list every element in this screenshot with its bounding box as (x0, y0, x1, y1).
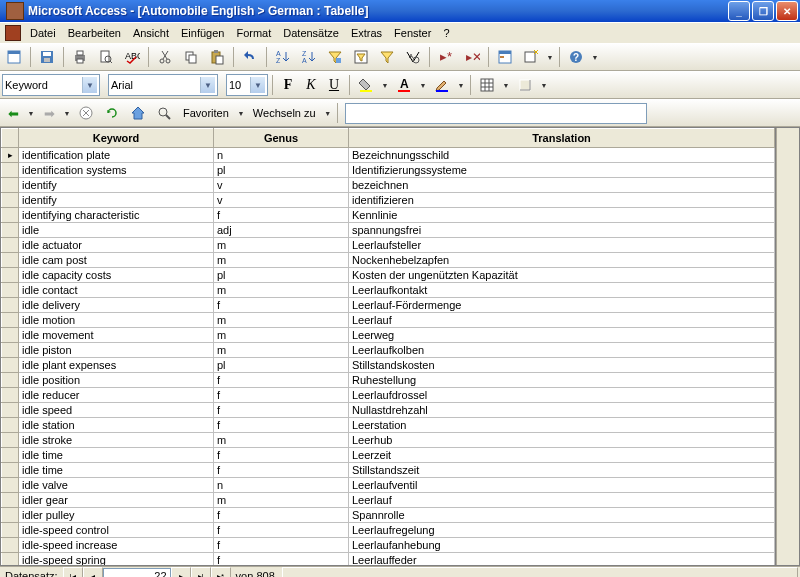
print-button[interactable] (68, 45, 92, 69)
table-row[interactable]: idle-speed springfLeerlauffeder (2, 553, 775, 566)
font-color-dropdown[interactable]: ▼ (418, 76, 428, 94)
cell-keyword[interactable]: idle cam post (19, 253, 214, 268)
cell-genus[interactable]: v (214, 193, 349, 208)
row-selector[interactable] (2, 358, 19, 373)
cell-genus[interactable]: f (214, 388, 349, 403)
table-row[interactable]: idle strokemLeerhub (2, 433, 775, 448)
cell-translation[interactable]: Kennlinie (349, 208, 775, 223)
cell-genus[interactable]: v (214, 178, 349, 193)
address-combo[interactable] (345, 103, 647, 124)
cell-genus[interactable]: adj (214, 223, 349, 238)
table-row[interactable]: idle timefLeerzeit (2, 448, 775, 463)
cell-genus[interactable]: pl (214, 163, 349, 178)
row-selector[interactable] (2, 268, 19, 283)
cell-translation[interactable]: Spannrolle (349, 508, 775, 523)
hscroll-track[interactable] (282, 567, 798, 577)
back-button[interactable]: ⬅ (2, 102, 24, 124)
cell-translation[interactable]: Nullastdrehzahl (349, 403, 775, 418)
cell-translation[interactable]: Kosten der ungenützten Kapazität (349, 268, 775, 283)
cell-genus[interactable]: f (214, 403, 349, 418)
row-selector[interactable] (2, 418, 19, 433)
cell-genus[interactable]: m (214, 313, 349, 328)
undo-button[interactable] (238, 45, 262, 69)
underline-button[interactable]: U (323, 74, 345, 96)
cell-genus[interactable]: m (214, 343, 349, 358)
table-row[interactable]: idle cam postmNockenhebelzapfen (2, 253, 775, 268)
cell-genus[interactable]: m (214, 328, 349, 343)
cell-keyword[interactable]: identifying characteristic (19, 208, 214, 223)
cell-keyword[interactable]: idle actuator (19, 238, 214, 253)
menu-edit[interactable]: Bearbeiten (62, 25, 127, 41)
help-dropdown[interactable]: ▼ (590, 48, 600, 66)
cell-translation[interactable]: identifizieren (349, 193, 775, 208)
font-size-combo[interactable]: 10▼ (226, 74, 268, 96)
cell-keyword[interactable]: idle (19, 223, 214, 238)
table-row[interactable]: idler gearmLeerlauf (2, 493, 775, 508)
table-row[interactable]: idle deliveryfLeerlauf-Fördermenge (2, 298, 775, 313)
table-row[interactable]: idle valvenLeerlaufventil (2, 478, 775, 493)
menu-view[interactable]: Ansicht (127, 25, 175, 41)
delete-record-button[interactable]: ▸✕ (460, 45, 484, 69)
goto-dropdown[interactable]: ▼ (323, 104, 333, 122)
row-selector[interactable] (2, 283, 19, 298)
stop-icon[interactable] (74, 101, 98, 125)
back-dropdown[interactable]: ▼ (26, 104, 36, 122)
cell-genus[interactable]: pl (214, 268, 349, 283)
row-selector[interactable] (2, 388, 19, 403)
menu-extras[interactable]: Extras (345, 25, 388, 41)
cell-translation[interactable]: Leerlauf-Fördermenge (349, 298, 775, 313)
cell-translation[interactable]: Leerlaufkolben (349, 343, 775, 358)
view-button[interactable] (2, 45, 26, 69)
cell-keyword[interactable]: identification systems (19, 163, 214, 178)
find-button[interactable]: A (401, 45, 425, 69)
cell-genus[interactable]: f (214, 208, 349, 223)
col-keyword[interactable]: Keyword (19, 129, 214, 148)
bold-button[interactable]: F (277, 74, 299, 96)
row-selector[interactable] (2, 253, 19, 268)
cell-keyword[interactable]: idler gear (19, 493, 214, 508)
cell-genus[interactable]: f (214, 538, 349, 553)
cell-keyword[interactable]: idle delivery (19, 298, 214, 313)
row-selector[interactable] (2, 463, 19, 478)
table-row[interactable]: idle stationfLeerstation (2, 418, 775, 433)
fill-color-button[interactable] (354, 73, 378, 97)
cell-keyword[interactable]: idle time (19, 448, 214, 463)
special-effect-button[interactable] (513, 73, 537, 97)
favorites-dropdown[interactable]: ▼ (236, 104, 246, 122)
menu-file[interactable]: Datei (24, 25, 62, 41)
select-all[interactable] (2, 129, 19, 148)
table-row[interactable]: idle plant expensesplStillstandskosten (2, 358, 775, 373)
cell-genus[interactable]: m (214, 493, 349, 508)
row-selector[interactable] (2, 403, 19, 418)
menu-window[interactable]: Fenster (388, 25, 437, 41)
record-number-input[interactable] (103, 568, 171, 577)
table-row[interactable]: identifyvbezeichnen (2, 178, 775, 193)
menu-records[interactable]: Datensätze (277, 25, 345, 41)
cell-genus[interactable]: pl (214, 358, 349, 373)
table-row[interactable]: idle positionfRuhestellung (2, 373, 775, 388)
row-selector[interactable] (2, 493, 19, 508)
minimize-button[interactable]: _ (728, 1, 750, 21)
first-record-button[interactable]: |◂ (63, 567, 83, 577)
cell-genus[interactable]: f (214, 448, 349, 463)
gridlines-button[interactable] (475, 73, 499, 97)
table-row[interactable]: idle motionmLeerlauf (2, 313, 775, 328)
forward-dropdown[interactable]: ▼ (62, 104, 72, 122)
cell-genus[interactable]: f (214, 373, 349, 388)
table-row[interactable]: idleadjspannungsfrei (2, 223, 775, 238)
cell-translation[interactable]: Ruhestellung (349, 373, 775, 388)
cell-keyword[interactable]: idle plant expenses (19, 358, 214, 373)
table-row[interactable]: idler pulleyfSpannrolle (2, 508, 775, 523)
cell-translation[interactable]: Leerlaufdrossel (349, 388, 775, 403)
fill-color-dropdown[interactable]: ▼ (380, 76, 390, 94)
row-selector[interactable] (2, 523, 19, 538)
line-color-dropdown[interactable]: ▼ (456, 76, 466, 94)
row-selector[interactable] (2, 373, 19, 388)
cell-genus[interactable]: f (214, 298, 349, 313)
table-row[interactable]: identification systemsplIdentifizierungs… (2, 163, 775, 178)
close-button[interactable]: ✕ (776, 1, 798, 21)
cell-translation[interactable]: Identifizierungssysteme (349, 163, 775, 178)
row-selector[interactable] (2, 538, 19, 553)
cell-keyword[interactable]: idle reducer (19, 388, 214, 403)
row-selector[interactable] (2, 478, 19, 493)
